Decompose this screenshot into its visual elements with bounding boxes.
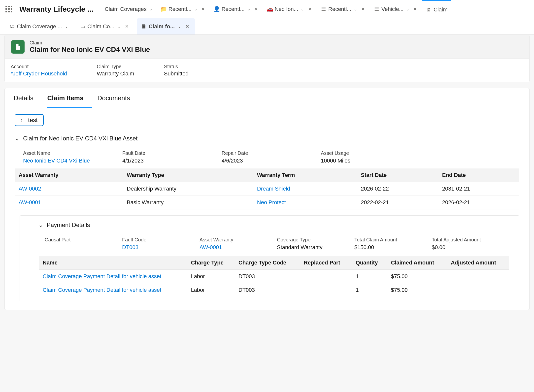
tab-claim-items[interactable]: Claim Items [47,88,92,108]
tab-claim-active[interactable]: 🗎 Claim [422,0,451,18]
asset-name-label: Asset Name [23,150,122,156]
table-row: AW-0001 Basic Warranty Neo Protect 2022-… [15,196,519,209]
claim-type-value: Warranty Claim [97,70,134,77]
th-end-date: End Date [438,168,519,182]
table-row: AW-0002 Dealership Warranty Dream Shield… [15,182,519,196]
subtab-claim-co[interactable]: ▭ Claim Co... ⌄ ✕ [76,18,135,34]
claim-type-label: Claim Type [97,64,134,69]
subtab-claim-coverage[interactable]: 🗂 Claim Coverage ... ⌄ [5,18,74,34]
th-claimed-amount: Claimed Amount [387,256,447,270]
close-icon[interactable]: ✕ [184,24,191,29]
tab-documents[interactable]: Documents [97,88,139,108]
close-icon[interactable]: ✕ [253,6,260,12]
th-charge-type: Charge Type [187,256,234,270]
fault-date-value: 4/1/2023 [122,158,222,164]
subtab-label: Claim Co... [87,23,114,30]
subtab-label: Claim Coverage ... [17,23,62,30]
table-header-row: Name Charge Type Charge Type Code Replac… [39,256,509,270]
asset-warranty-link[interactable]: AW-0002 [19,186,41,192]
warranty-type-cell: Basic Warranty [123,196,253,209]
chevron-down-icon[interactable]: ⌄ [64,24,69,29]
person-icon: 👤 [214,6,220,12]
status-label: Status [164,64,189,69]
payment-detail-link[interactable]: Claim Coverage Payment Detail for vehicl… [43,273,161,279]
chevron-down-icon[interactable]: ⌄ [405,7,410,11]
asset-usage-value: 10000 Miles [321,158,420,164]
list-icon: ☰ [320,6,327,12]
test-pill-label: test [28,117,38,124]
close-icon[interactable]: ✕ [200,6,206,12]
quantity-cell: 1 [352,283,387,297]
asset-warranty-link[interactable]: AW-0001 [200,244,222,250]
subtab-claim-for[interactable]: 🗎 Claim fo... ⌄ ✕ [137,18,195,34]
car-icon: 🚗 [267,6,273,12]
replaced-part-cell [300,270,352,283]
tab-recently-3[interactable]: ☰ Recentl... ⌄ ✕ [317,0,370,18]
close-icon[interactable]: ✕ [360,6,366,12]
claimed-amount-cell: $75.00 [387,283,447,297]
th-charge-type-code: Charge Type Code [234,256,300,270]
payment-table: Name Charge Type Charge Type Code Replac… [39,256,509,297]
adjusted-amount-cell [447,270,509,283]
tab-label: Recentl... [222,6,245,12]
asset-section-header[interactable]: ⌄ Claim for Neo Ionic EV CD4 VXi Blue As… [5,129,529,144]
app-title: Warranty Lifecycle ... [19,5,101,13]
chevron-down-icon[interactable]: ⌄ [193,7,198,11]
asset-name-link[interactable]: Neo Ionic EV CD4 VXi Blue [23,158,90,164]
tab-label: Claim [434,6,447,13]
warranty-term-link[interactable]: Neo Protect [257,199,286,205]
tab-label: Neo Ion... [275,6,298,12]
table-row: Claim Coverage Payment Detail for vehicl… [39,283,509,297]
tab-vehicle[interactable]: ☰ Vehicle... ⌄ ✕ [370,0,422,18]
tab-label: Recentl... [328,6,351,12]
test-pill[interactable]: › test [15,114,44,126]
total-adjusted-value: $0.00 [432,244,509,251]
tab-claim-coverages[interactable]: Claim Coverages ⌄ [101,0,157,18]
record-type: Claim [30,40,150,46]
tab-neo-ion[interactable]: 🚗 Neo Ion... ⌄ ✕ [263,0,317,18]
tab-label: Claim Coverages [105,6,147,12]
subtab-label: Claim fo... [149,23,175,30]
close-icon[interactable]: ✕ [412,6,418,12]
th-replaced-part: Replaced Part [300,256,352,270]
table-header-row: Asset Warranty Warranty Type Warranty Te… [15,168,519,182]
asset-warranty-link[interactable]: AW-0001 [19,199,41,205]
chevron-down-icon[interactable]: ⌄ [148,7,153,11]
close-icon[interactable]: ✕ [124,24,130,29]
account-label: Account [11,64,67,69]
charge-type-cell: Labor [187,283,234,297]
folder-icon: 📁 [161,6,167,12]
fault-code-link[interactable]: DT003 [122,244,138,250]
fault-date-label: Fault Date [122,150,222,156]
charge-type-code-cell: DT003 [234,283,300,297]
payment-detail-link[interactable]: Claim Coverage Payment Detail for vehicl… [43,287,161,293]
chevron-down-icon[interactable]: ⌄ [177,24,182,29]
tab-recently-1[interactable]: 📁 Recentl... ⌄ ✕ [157,0,210,18]
claimed-amount-cell: $75.00 [387,270,447,283]
causal-part-label: Causal Part [45,237,122,243]
warranty-term-link[interactable]: Dream Shield [257,186,290,192]
account-link[interactable]: *Jeff Cryder Household [11,70,67,77]
replaced-part-cell [300,283,352,297]
th-asset-warranty: Asset Warranty [15,168,123,182]
chevron-down-icon[interactable]: ⌄ [116,24,122,29]
fault-code-label: Fault Code [122,237,200,243]
chevron-down-icon[interactable]: ⌄ [246,7,251,11]
app-launcher-icon[interactable] [4,5,13,14]
total-adjusted-label: Total Adjusted Amount [432,237,509,243]
asset-fields: Asset Name Neo Ionic EV CD4 VXi Blue Fau… [5,144,529,168]
claim-record-icon [11,40,25,54]
coverage-type-label: Coverage Type [277,237,354,243]
tab-details[interactable]: Details [14,88,42,108]
close-icon[interactable]: ✕ [306,6,313,12]
payment-section-header[interactable]: ⌄ Payment Details [20,216,519,231]
tab-recently-2[interactable]: 👤 Recentl... ⌄ ✕ [210,0,263,18]
record-highlights: Account *Jeff Cryder Household Claim Typ… [4,59,530,82]
document-icon: 🗎 [141,23,147,30]
list-icon: ☰ [373,6,380,12]
start-date-cell: 2022-02-21 [357,196,438,209]
quantity-cell: 1 [352,270,387,283]
chevron-down-icon[interactable]: ⌄ [353,7,358,11]
total-claim-label: Total Claim Amount [354,237,432,243]
chevron-down-icon[interactable]: ⌄ [300,7,305,11]
